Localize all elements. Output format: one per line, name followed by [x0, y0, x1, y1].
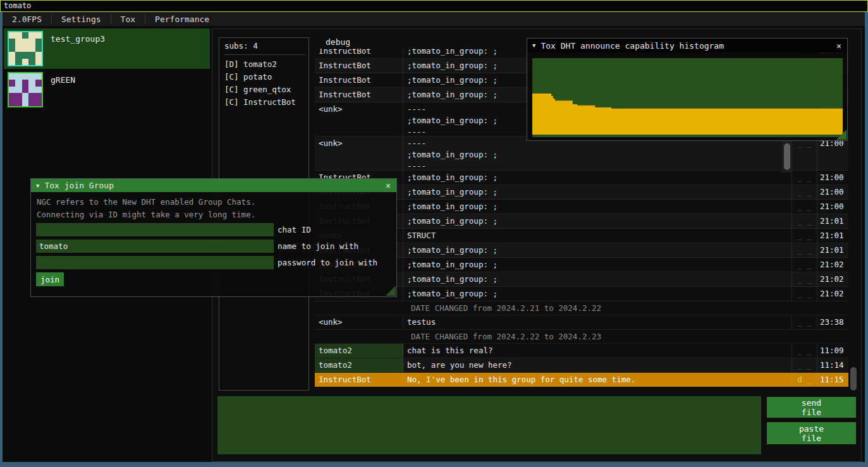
join-note-line-1: NGC refers to the New DHT enabled Group …: [37, 197, 255, 207]
delivery-status: _ _: [792, 185, 817, 199]
message-row[interactable]: <unk>testus_ _23:38: [315, 315, 848, 330]
message-sender: InstructBot: [315, 49, 403, 58]
delivery-status: _ _: [792, 136, 817, 170]
message-sender: tomato2: [315, 358, 403, 372]
message-text: ;tomato_in_group: ;: [403, 243, 781, 257]
delivery-status: _ _: [792, 287, 817, 301]
column-spacer: [781, 315, 792, 329]
collapse-arrow-icon[interactable]: ▼: [31, 183, 44, 189]
roster-member-tomato2[interactable]: [D] tomato2: [224, 58, 306, 71]
column-spacer: [781, 272, 792, 286]
message-timestamp: 11:14: [817, 358, 848, 372]
column-spacer: [781, 344, 792, 358]
delivery-status: _ _: [792, 243, 817, 257]
dht-histogram-window: ▼ Tox DHT announce capability histogram …: [527, 38, 848, 141]
message-timestamp: 21:00: [817, 171, 848, 185]
chat-scrollbar-thumb[interactable]: [784, 143, 790, 170]
message-sender: tomato2: [315, 344, 403, 358]
dht-histogram-title: Tox DHT announce capability histogram: [541, 41, 831, 51]
group-list-item-test_group3[interactable]: test_group3: [4, 28, 210, 69]
message-sender: InstructBot: [315, 88, 403, 102]
message-timestamp: 21:00: [817, 185, 848, 199]
dht-histogram-titlebar[interactable]: ▼ Tox DHT announce capability histogram …: [527, 39, 847, 52]
paste-file-button[interactable]: paste file: [767, 422, 856, 444]
message-timestamp: 11:15: [817, 373, 848, 387]
message-text: testus: [403, 315, 781, 329]
group-name: gREEN: [51, 75, 75, 85]
message-timestamp: 21:01: [817, 214, 848, 228]
delivery-status: _ _: [792, 200, 817, 214]
group-avatar: [8, 72, 43, 107]
message-timestamp: 21:01: [817, 243, 848, 257]
roster-member-potato[interactable]: [C] potato: [224, 71, 306, 83]
window-border-left: [0, 12, 3, 462]
menu-item-settings[interactable]: Settings: [52, 15, 111, 24]
send-file-button[interactable]: send file: [767, 397, 856, 418]
message-timestamp: 11:09: [817, 344, 848, 358]
roster-member-InstructBot[interactable]: [C] InstructBot: [224, 96, 306, 109]
message-text: ;tomato_in_group: ;: [403, 185, 781, 199]
histogram-area-series: [532, 58, 843, 137]
resize-grip[interactable]: [386, 286, 396, 296]
message-timestamp: 23:38: [817, 315, 848, 329]
join-group-titlebar[interactable]: ▼ Tox join Group ✕: [31, 179, 396, 192]
roster-list: [D] tomato2[C] potato[C] green_qtox[C] I…: [224, 58, 306, 109]
message-text: ;tomato_in_group: ;: [403, 287, 781, 301]
join-group-title: Tox join Group: [44, 181, 380, 190]
window-scrollbar-thumb[interactable]: [850, 367, 857, 391]
date-changed-row: DATE CHANGED from 2024.2.21 to 2024.2.22: [315, 301, 848, 315]
resize-grip[interactable]: [836, 130, 847, 140]
os-titlebar[interactable]: tomato: [0, 0, 868, 12]
join-note-line-2: Connecting via ID might take a very long…: [37, 210, 255, 219]
group-list-item-gREEN[interactable]: gREEN: [4, 70, 210, 110]
delivery-status: _ _: [792, 358, 817, 372]
column-spacer: [781, 229, 792, 243]
delivery-status: d _: [792, 373, 817, 387]
chat-scrollbar-track[interactable]: [782, 141, 792, 173]
message-text: chat is this real?: [403, 344, 781, 358]
password-to-join-with-input[interactable]: [36, 256, 274, 269]
roster-subs-count: subs: 4: [224, 41, 258, 51]
message-timestamp: 21:02: [817, 272, 848, 286]
close-icon[interactable]: ✕: [831, 41, 847, 51]
roster-member-green_qtox[interactable]: [C] green_qtox: [224, 83, 306, 96]
column-spacer: [781, 258, 792, 272]
name-to-join-with-label: name to join with: [278, 241, 358, 251]
column-spacer: [781, 243, 792, 257]
column-spacer: [781, 287, 792, 301]
group-avatar: [8, 31, 43, 66]
group-name: test_group3: [51, 34, 105, 44]
column-spacer: [781, 185, 792, 199]
delivery-status: _ _: [792, 229, 817, 243]
message-row[interactable]: <unk>---- ;tomato_in_group: ; ----_ _21:…: [315, 136, 848, 171]
menu-item-2.0fps[interactable]: 2.0FPS: [3, 15, 51, 24]
menu-item-tox[interactable]: Tox: [111, 15, 145, 24]
delivery-status: _ _: [792, 214, 817, 228]
message-sender: InstructBot: [315, 373, 403, 387]
message-timestamp: 21:00: [817, 136, 848, 170]
close-icon[interactable]: ✕: [380, 181, 396, 190]
message-input[interactable]: [217, 396, 761, 454]
chat-ID-input[interactable]: [36, 223, 274, 236]
column-spacer: [781, 171, 792, 185]
delivery-status: _ _: [792, 315, 817, 329]
message-row[interactable]: tomato2bot, are you new here?_ _11:14: [315, 358, 848, 373]
menu-item-performance[interactable]: Performance: [145, 15, 219, 24]
message-text: ---- ;tomato_in_group: ; ----: [403, 136, 781, 170]
message-sender: <unk>: [315, 102, 403, 136]
chat-ID-label: chat ID: [278, 225, 311, 234]
message-row[interactable]: tomato2chat is this real?_ _11:09: [315, 344, 848, 358]
delivery-status: _ _: [792, 171, 817, 185]
message-timestamp: 21:02: [817, 258, 848, 272]
message-timestamp: 21:02: [817, 287, 848, 301]
message-text: bot, are you new here?: [403, 358, 781, 372]
column-spacer: [781, 214, 792, 228]
name-to-join-with-input[interactable]: tomato: [36, 240, 274, 253]
message-sender: <unk>: [315, 315, 403, 329]
message-text: ;tomato_in_group: ;: [403, 171, 781, 185]
message-row[interactable]: InstructBotNo, I've been in this group f…: [315, 373, 848, 387]
message-text: ;tomato_in_group: ;: [403, 200, 781, 214]
collapse-arrow-icon[interactable]: ▼: [527, 42, 541, 49]
join-button[interactable]: join: [36, 272, 64, 286]
delivery-status: _ _: [792, 272, 817, 286]
